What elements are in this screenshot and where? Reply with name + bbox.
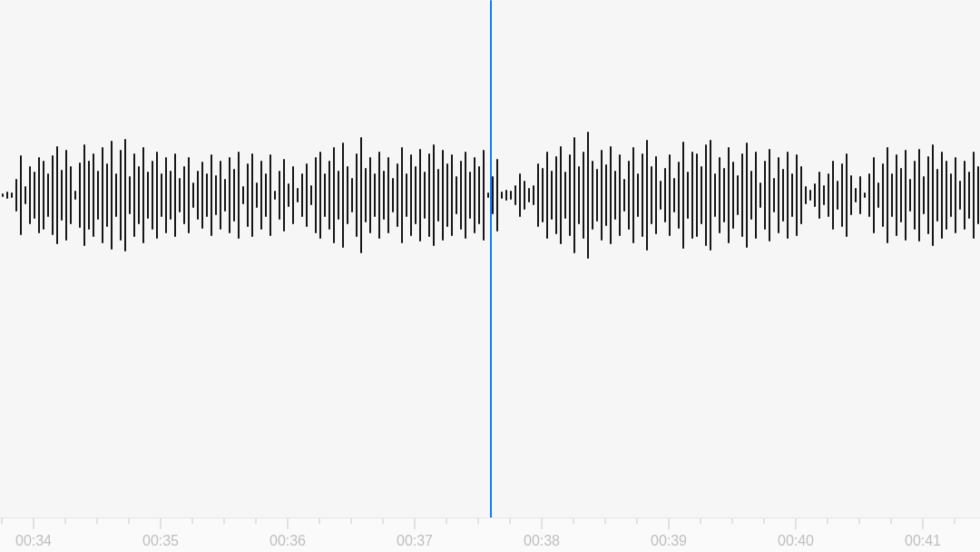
waveform-bar [342,143,344,247]
waveform-bar [505,190,507,202]
timeline-labels: 00:3400:3500:3600:3700:3800:3900:4000:41 [0,533,980,551]
waveform-bar [583,152,584,239]
waveform-bar [537,163,539,227]
waveform-bar [637,173,639,217]
waveform-bar [310,185,312,205]
waveform-bar [34,172,35,218]
waveform-bar [564,172,566,218]
waveform-bar [270,154,271,236]
waveform-bar [623,179,625,211]
waveform-bar [850,175,852,216]
waveform-bar [315,157,317,232]
waveform-bar [732,162,734,229]
waveform-bar [433,144,435,246]
waveform-bar [632,147,634,243]
waveform-bar [297,188,299,202]
waveform-bar [841,163,843,227]
waveform-bar [859,176,861,214]
waveform-bar [274,191,276,200]
waveform-bar [446,163,448,227]
waveform-bar [256,182,258,209]
timeline-ruler[interactable]: 00:3400:3500:3600:3700:3800:3900:4000:41 [0,518,980,552]
waveform-bar [778,157,779,232]
waveform-bar [655,156,657,234]
waveform-bar [977,166,979,224]
waveform-bar [170,171,172,220]
waveform-bar [124,139,126,252]
waveform-bar [918,149,920,242]
waveform-bar [465,152,466,239]
waveform-bar [578,166,580,224]
waveform-bar [111,141,113,250]
waveform-bar [401,147,403,243]
waveform-bar [487,192,489,198]
waveform-bar [701,166,702,224]
waveform-bar [950,173,952,217]
waveform-bar [741,153,743,238]
waveform-bar [719,157,720,232]
waveform-bar [823,185,825,205]
waveform-bar [955,157,956,232]
waveform-bar [56,146,58,245]
waveform-bar [428,153,430,238]
waveform-bar [437,169,439,222]
waveform-bar [365,168,367,223]
waveform-bar [959,181,961,210]
waveform-bar [514,185,516,205]
waveform-bar [174,153,176,238]
waveform-bar [546,152,548,239]
waveform-bar [242,186,244,203]
waveform-bar [179,178,181,212]
waveform-bar [528,188,530,202]
waveform-bar [483,150,485,240]
waveform-bar [946,161,947,231]
waveform-bar [406,173,407,217]
waveform-bar [88,161,90,231]
waveform-bar [832,161,834,231]
waveform-bar [397,163,398,227]
waveform-bar [805,186,807,203]
waveform-bar [279,171,280,220]
waveform-bar [156,152,158,239]
waveform-bar [501,192,503,199]
waveform-bar [651,166,652,224]
waveform-bar [891,173,893,217]
waveform-bar [941,152,943,239]
waveform-bar [837,181,838,210]
waveform-bar [596,169,598,222]
waveform-bar [710,140,711,251]
waveform-bar [800,166,802,224]
time-label: 00:34 [15,533,52,549]
waveform-bar [814,183,816,207]
waveform-bar [102,147,103,243]
waveform-bar [846,153,848,238]
waveform-bar [809,190,811,202]
waveform-bar [338,171,339,220]
waveform-bar [660,181,662,210]
waveform-bar [760,182,761,209]
waveform-bar [61,170,63,221]
waveform-bar [696,153,698,238]
waveform-bar [201,162,203,229]
waveform-bar [619,154,621,236]
waveform-bar [415,166,416,224]
waveform-bar [161,173,162,217]
waveform-bar [183,166,185,224]
playhead-line[interactable] [490,0,492,528]
waveform-bar [424,172,426,218]
time-label: 00:41 [905,533,941,549]
waveform-bar [152,161,153,231]
waveform-bar [233,169,235,222]
waveform-bar [560,146,562,245]
waveform-bar [923,176,925,214]
waveform-bar [456,176,457,214]
waveform-bar [29,166,31,224]
waveform-bar [687,172,689,218]
waveform-bar [769,149,770,242]
waveform-bar [469,172,471,218]
waveform-bar [70,166,72,224]
waveform-bar [673,178,675,212]
waveform-bar [864,192,866,198]
waveform-bar [52,155,54,235]
waveform-bar [442,150,444,240]
